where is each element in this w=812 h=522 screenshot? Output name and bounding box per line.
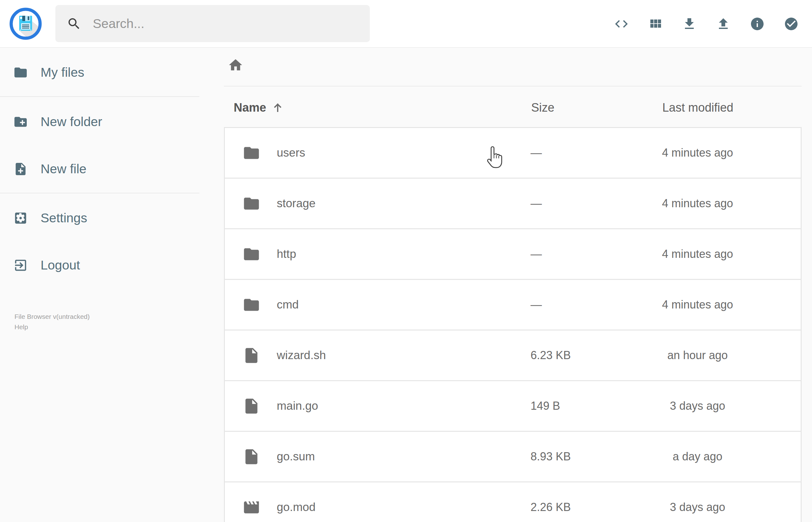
download-icon (682, 16, 697, 32)
table-row[interactable]: wizard.sh 6.23 KB an hour ago (225, 329, 801, 380)
sidebar-item-label: New file (41, 162, 86, 176)
file-size: — (527, 298, 631, 311)
file-modified: 4 minutes ago (631, 146, 765, 159)
file-name: http (277, 247, 527, 261)
sidebar-item-settings[interactable]: Settings (0, 194, 199, 241)
file-modified: 4 minutes ago (631, 197, 765, 210)
column-header-name[interactable]: Name (225, 101, 527, 115)
column-header-size[interactable]: Size (527, 101, 631, 115)
select-check-icon (784, 16, 799, 32)
grid-view-icon (648, 16, 663, 32)
file-modified: 4 minutes ago (631, 298, 765, 311)
app-version-text: File Browser v(untracked) (15, 313, 89, 320)
sidebar-item-label: New folder (41, 115, 102, 129)
movie-icon (242, 498, 260, 516)
logout-icon (13, 258, 28, 273)
file-size: — (527, 197, 631, 210)
upload-button[interactable] (716, 16, 731, 32)
app-logo[interactable] (9, 7, 42, 40)
table-row[interactable]: users — 4 minutes ago (225, 127, 801, 178)
sidebar-item-label: Settings (41, 211, 87, 225)
table-row[interactable]: go.mod 2.26 KB 3 days ago (225, 481, 801, 522)
file-name: wizard.sh (277, 349, 527, 362)
file-name: go.sum (277, 450, 527, 463)
folder-icon (242, 296, 260, 314)
grid-view-button[interactable] (648, 16, 663, 32)
file-browser-app: My files New folder New file Settings (0, 0, 812, 522)
file-modified: 3 days ago (631, 399, 765, 413)
table-row[interactable]: cmd — 4 minutes ago (225, 279, 801, 329)
file-size: — (527, 247, 631, 261)
file-modified: 3 days ago (631, 501, 765, 514)
folder-icon (13, 65, 28, 80)
folder-icon (242, 245, 260, 263)
new-file-icon (13, 162, 28, 176)
sort-ascending-icon (272, 102, 283, 113)
toolbar-actions (614, 0, 799, 48)
sidebar: My files New folder New file Settings (0, 48, 199, 522)
sidebar-item-my-files[interactable]: My files (0, 49, 199, 96)
file-name: main.go (277, 399, 527, 413)
file-name: go.mod (277, 501, 527, 514)
listing-header: Name Size Last modified (225, 95, 801, 120)
upload-icon (716, 16, 731, 32)
info-icon (750, 16, 765, 32)
file-listing: users — 4 minutes ago storage — 4 minute… (224, 127, 801, 522)
code-view-button[interactable] (614, 16, 629, 32)
table-row[interactable]: main.go 149 B 3 days ago (225, 380, 801, 431)
file-icon (242, 346, 260, 364)
code-icon (614, 16, 629, 32)
sidebar-item-new-file[interactable]: New file (0, 145, 199, 193)
sidebar-item-label: Logout (41, 258, 80, 273)
breadcrumb-home-button[interactable] (226, 56, 245, 74)
table-row[interactable]: storage — 4 minutes ago (225, 178, 801, 228)
select-multiple-button[interactable] (784, 16, 799, 32)
file-size: 149 B (527, 399, 631, 413)
file-name: storage (277, 197, 527, 210)
file-modified: an hour ago (631, 349, 765, 362)
floppy-disk-logo-icon (9, 7, 42, 40)
main-content: Name Size Last modified users — 4 minute… (199, 48, 812, 522)
table-row[interactable]: http — 4 minutes ago (225, 228, 801, 279)
table-row[interactable]: go.sum 8.93 KB a day ago (225, 431, 801, 481)
sidebar-divider (0, 96, 199, 97)
search-icon (67, 16, 81, 31)
search-bar[interactable] (55, 5, 370, 42)
sidebar-divider (0, 193, 199, 194)
search-input[interactable] (93, 16, 370, 31)
sidebar-item-logout[interactable]: Logout (0, 241, 199, 289)
file-icon (242, 397, 260, 415)
folder-icon (242, 195, 260, 213)
help-link[interactable]: Help (15, 322, 89, 332)
folder-icon (242, 144, 260, 162)
column-header-modified[interactable]: Last modified (631, 101, 765, 115)
home-icon (228, 57, 243, 73)
file-size: 2.26 KB (527, 501, 631, 514)
file-icon (242, 448, 260, 466)
settings-icon (13, 211, 28, 225)
sidebar-credits: File Browser v(untracked) Help (15, 311, 89, 332)
file-name: users (277, 146, 527, 159)
file-name: cmd (277, 298, 527, 311)
sidebar-item-label: My files (41, 65, 84, 80)
file-modified: a day ago (631, 450, 765, 463)
file-size: — (527, 146, 631, 159)
info-button[interactable] (750, 16, 765, 32)
file-modified: 4 minutes ago (631, 247, 765, 261)
file-size: 6.23 KB (527, 349, 631, 362)
top-bar (0, 0, 812, 48)
new-folder-icon (13, 115, 28, 129)
file-size: 8.93 KB (527, 450, 631, 463)
sidebar-item-new-folder[interactable]: New folder (0, 98, 199, 145)
download-button[interactable] (682, 16, 697, 32)
breadcrumb-divider (224, 86, 801, 86)
